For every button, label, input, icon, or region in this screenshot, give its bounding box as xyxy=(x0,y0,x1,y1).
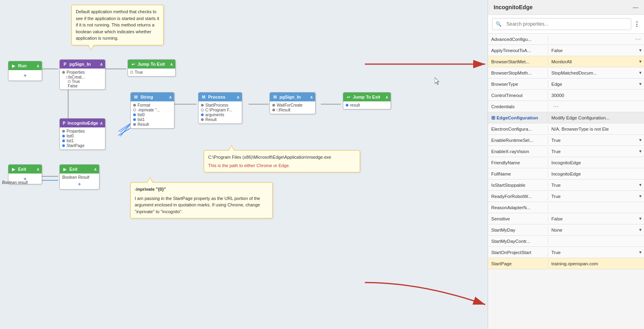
property-value-area: ⋯ xyxy=(548,102,644,111)
property-value-area: False▼ xyxy=(548,46,644,54)
pgsignin-node-1[interactable]: P pgSign_In ∧ Properties □IsCreat... Tru… xyxy=(59,59,105,90)
port-dot xyxy=(62,130,65,133)
port-dot xyxy=(133,123,136,126)
property-dropdown[interactable]: Edge▼ xyxy=(550,81,642,87)
cursor xyxy=(435,77,440,87)
property-row[interactable]: ReasonAdapterN... xyxy=(488,202,644,213)
search-input-wrapper: 🔍 xyxy=(492,18,631,30)
dropdown-arrow[interactable]: ▼ xyxy=(638,59,642,64)
dropdown-arrow[interactable]: ▼ xyxy=(638,138,642,142)
port-dot xyxy=(201,109,204,111)
expand-icon[interactable]: ⊞ xyxy=(491,115,495,120)
pgsignin-node-2[interactable]: M pgSign_In ∧ WaitForCreate □Result xyxy=(269,92,316,114)
panel-title: IncognitoEdge xyxy=(494,4,533,10)
property-row[interactable]: IsStartStoppableTrue▼ xyxy=(488,180,644,191)
property-row[interactable]: Credentials⋯ xyxy=(488,101,644,112)
dropdown-arrow[interactable]: ▼ xyxy=(638,194,642,198)
property-row[interactable]: StartOnProjectStartTrue▼ xyxy=(488,247,644,258)
panel-menu-button[interactable]: ⋮ xyxy=(634,20,640,28)
property-row[interactable]: StartMyDayContr... xyxy=(488,236,644,247)
exit-icon-2: ▶ xyxy=(62,166,68,172)
property-dropdown[interactable]: StopMatchedDocum...▼ xyxy=(550,70,642,76)
exit2-add-btn[interactable]: + xyxy=(62,180,97,188)
property-dropdown[interactable]: MonitorAll▼ xyxy=(550,59,642,65)
property-dropdown[interactable]: True▼ xyxy=(550,249,642,256)
property-value: training.openspan.com xyxy=(550,260,642,267)
property-row[interactable]: ElectronConfigura...N/A. BrowserType is … xyxy=(488,123,644,135)
red-arrow-2 xyxy=(361,279,488,311)
run-add-btn[interactable]: + xyxy=(11,71,39,79)
port-dot xyxy=(133,109,136,111)
dropdown-arrow[interactable]: ▼ xyxy=(638,71,642,75)
property-dropdown[interactable]: True▼ xyxy=(550,193,642,200)
property-value-area: None▼ xyxy=(548,226,644,234)
property-dropdown[interactable]: None▼ xyxy=(550,227,642,233)
run-node[interactable]: ▶ Run ∧ + xyxy=(8,61,42,81)
port-dot xyxy=(62,144,65,147)
port-dot xyxy=(346,104,348,107)
property-more-button[interactable]: ⋯ xyxy=(634,36,642,42)
property-value xyxy=(550,38,633,40)
exit-node-2[interactable]: ▶ Exit ∧ Boolean Result + xyxy=(59,164,99,190)
process-node[interactable]: M Process ∧ StartProcess C:\Program F...… xyxy=(198,92,242,124)
panel-collapse-button[interactable]: — xyxy=(633,4,638,10)
property-name: FullName xyxy=(488,170,548,178)
property-value-area: N/A. BrowserType is not Ele xyxy=(548,125,644,133)
jump-to-exit-node-1[interactable]: ↩ Jump To Exit ∧ True xyxy=(128,59,176,77)
property-value-area: True▼ xyxy=(548,181,644,189)
property-more-button[interactable]: ⋯ xyxy=(551,103,560,110)
property-name: Sensitive xyxy=(488,215,548,223)
property-row[interactable]: ReadyForRobotW...True▼ xyxy=(488,191,644,202)
property-value: Modify Edge Configuration... xyxy=(550,115,642,121)
property-value: ⋯ xyxy=(550,103,642,111)
port-dot xyxy=(133,113,136,116)
jump-to-exit-node-2[interactable]: ↩ Jump To Exit ∧ result xyxy=(343,92,391,109)
property-row[interactable]: BrowserStartMet...MonitorAll▼ xyxy=(488,56,644,67)
property-row[interactable]: StartMyDayNone▼ xyxy=(488,224,644,236)
property-value: False xyxy=(550,216,638,222)
property-row[interactable]: ⊞ EdgeConfigurationModify Edge Configura… xyxy=(488,112,644,123)
port-dot xyxy=(201,113,204,116)
dropdown-arrow[interactable]: ▼ xyxy=(638,149,642,153)
port-dot xyxy=(62,71,65,74)
incognitoedge-node[interactable]: P IncognitoEdge ∧ Properties list0 list1… xyxy=(59,118,105,150)
property-dropdown[interactable]: True▼ xyxy=(550,182,642,188)
svg-line-10 xyxy=(118,123,130,131)
property-value-area xyxy=(548,240,644,243)
property-row[interactable]: AdvancedConfigu...⋯ xyxy=(488,34,644,45)
properties-panel: IncognitoEdge — 🔍 ⋮ AdvancedConfigu...⋯A… xyxy=(488,0,644,329)
dropdown-arrow[interactable]: ▼ xyxy=(638,82,642,86)
property-row[interactable]: FullNameIncognitoEdge xyxy=(488,168,644,180)
property-row[interactable]: ApplyTimeoutToA...False▼ xyxy=(488,45,644,56)
inprivate-tooltip: -inprivate "{0}" I am passing in the Sta… xyxy=(130,182,273,218)
string-node[interactable]: M String ∧ Format -inprivate "... list0 … xyxy=(130,92,174,129)
dropdown-arrow[interactable]: ▼ xyxy=(638,183,642,187)
property-row[interactable]: EnableX-rayVisionTrue▼ xyxy=(488,146,644,157)
property-row[interactable]: ControlTimeout30000 xyxy=(488,90,644,101)
property-row[interactable]: SensitiveFalse▼ xyxy=(488,213,644,224)
boolean-result-label: Boolean result xyxy=(2,180,28,185)
property-row[interactable]: StartPagetraining.openspan.com xyxy=(488,258,644,269)
property-dropdown[interactable]: False▼ xyxy=(550,216,642,222)
property-name: ElectronConfigura... xyxy=(488,125,548,133)
dropdown-arrow[interactable]: ▼ xyxy=(638,216,642,221)
property-dropdown[interactable]: False▼ xyxy=(550,47,642,54)
property-dropdown[interactable]: True▼ xyxy=(550,137,642,143)
property-value: N/A. BrowserType is not Ele xyxy=(550,126,642,132)
property-name: BrowserStopMeth... xyxy=(488,69,548,77)
property-value-area: Edge▼ xyxy=(548,80,644,88)
dropdown-arrow[interactable]: ▼ xyxy=(638,250,642,254)
pgsignin-icon-2: M xyxy=(272,94,278,100)
process-icon: M xyxy=(201,94,207,100)
property-row[interactable]: BrowserStopMeth...StopMatchedDocum...▼ xyxy=(488,67,644,79)
dropdown-arrow[interactable]: ▼ xyxy=(638,228,642,232)
property-value: True xyxy=(550,148,638,155)
property-row[interactable]: EnableRuntimeSel...True▼ xyxy=(488,135,644,146)
dropdown-arrow[interactable]: ▼ xyxy=(638,48,642,52)
search-input[interactable] xyxy=(503,20,628,28)
property-row[interactable]: FriendlyNameIncognitoEdge xyxy=(488,157,644,168)
property-dropdown[interactable]: True▼ xyxy=(550,148,642,155)
port-dot xyxy=(62,135,65,137)
port-dot xyxy=(130,71,133,74)
property-row[interactable]: BrowserTypeEdge▼ xyxy=(488,79,644,90)
